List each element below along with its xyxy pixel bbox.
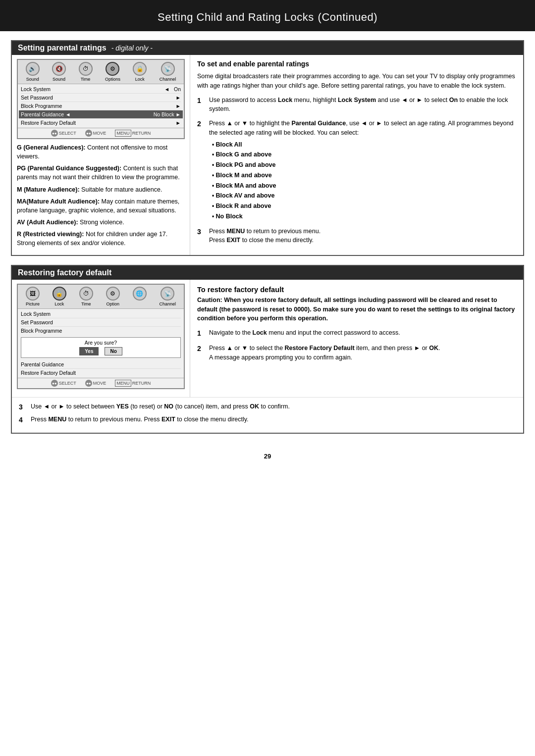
tv-icon-channel2: 📡 Channel xyxy=(160,287,176,306)
dialog-no-btn[interactable]: No xyxy=(105,347,122,355)
desc-pg: PG (Parental Guidance Suggested): Conten… xyxy=(17,164,185,182)
section1-title: Setting parental ratings xyxy=(18,44,107,52)
section2-title-bar: Restoring factory default xyxy=(12,266,523,280)
bullet-block-r: Block R and above xyxy=(212,201,516,211)
tv-menu-rows-2b: Parental Guidance Restore Factory Defaul… xyxy=(18,359,184,378)
tv-menu-rows-1: Lock System ◄ On Set Password ► Block Pr… xyxy=(18,84,184,128)
bullet-block-pg: Block PG and above xyxy=(212,160,516,170)
ctrl-return: MENU RETURN xyxy=(115,130,151,137)
section1-subtitle: - digital only - xyxy=(111,44,153,52)
tv-row-set-password: Set Password ► xyxy=(21,94,181,102)
tv-row2-parental: Parental Guidance xyxy=(21,360,181,369)
main-content: Setting parental ratings - digital only … xyxy=(0,31,535,448)
web-icon: 🌐 xyxy=(133,287,147,301)
desc-g: G (General Audiences): Content not offen… xyxy=(17,143,185,161)
tv-dialog-title: Are you sure? xyxy=(85,340,117,346)
tv-menu-1: 🔊 Sound 🔇 Sound ⏱ Time ⚙ xyxy=(17,59,185,139)
bullet-no-block: No Block xyxy=(212,211,516,222)
desc-av: AV (Adult Audience): Strong violence. xyxy=(17,218,185,227)
tv-menu-rows-2: Lock System Set Password Block Programme xyxy=(18,309,184,336)
page-title: Setting Child and Rating Locks xyxy=(158,11,314,23)
tv-icon-options: ⚙ Options xyxy=(105,62,120,82)
section1-title-bar: Setting parental ratings - digital only … xyxy=(12,41,523,55)
section1-left: 🔊 Sound 🔇 Sound ⏱ Time ⚙ xyxy=(12,55,190,255)
tv-menu-2: 🖼 Picture 🔒 Lock ⏱ Time ⚙ xyxy=(17,284,185,389)
page-header: Setting Child and Rating Locks (Continue… xyxy=(0,0,535,31)
tv-dialog-box: Are you sure? Yes No xyxy=(21,337,181,358)
lock-icon: 🔒 xyxy=(133,62,147,76)
bullet-block-all: Block All xyxy=(212,140,516,150)
restore-step1: 1 Navigate to the Lock menu and input th… xyxy=(197,328,516,339)
page-footer: 29 xyxy=(0,448,535,465)
ctrl-return-2: MENU RETURN xyxy=(115,380,151,387)
tv-menu-icons-2: 🖼 Picture 🔒 Lock ⏱ Time ⚙ xyxy=(18,285,184,309)
sound1-icon: 🔊 xyxy=(26,62,40,76)
right-title-2: To restore factory default xyxy=(197,285,516,296)
page-subtitle-text: Continued xyxy=(321,11,374,23)
tv-menu-controls-1: ●● SELECT ●● MOVE MENU RETURN xyxy=(18,128,184,138)
bullet-block-g: Block G and above xyxy=(212,150,516,160)
tv-menu-icons: 🔊 Sound 🔇 Sound ⏱ Time ⚙ xyxy=(18,60,184,84)
ctrl-select: ●● SELECT xyxy=(51,130,76,137)
tv-icon-lock2: 🔒 Lock xyxy=(53,287,66,306)
bottom-step4: 4 Press MENU to return to previous menu.… xyxy=(19,414,516,425)
time-icon: ⏱ xyxy=(79,62,93,76)
tv-dialog: Are you sure? Yes No xyxy=(21,337,181,358)
ctrl-move: ●● MOVE xyxy=(85,130,107,137)
tv-icon-web: 🌐 xyxy=(133,287,147,306)
section1-inner: 🔊 Sound 🔇 Sound ⏱ Time ⚙ xyxy=(12,55,523,255)
step2: 2 Press ▲ or ▼ to highlight the Parental… xyxy=(197,119,516,222)
tv-row-parental-guidance: Parental Guidance ◄ No Block ► xyxy=(19,110,183,119)
desc-r: R (Restricted viewing): Not for children… xyxy=(17,230,185,248)
tv-row-lock-system: Lock System ◄ On xyxy=(21,85,181,94)
desc-m: M (Mature Audience): Suitable for mature… xyxy=(17,185,185,194)
options-icon: ⚙ xyxy=(106,62,119,76)
channel2-icon: 📡 xyxy=(160,287,174,301)
tv-icon-time: ⏱ Time xyxy=(79,62,93,82)
restore-caution: Caution: When you restore factory defaul… xyxy=(197,296,516,323)
step3-s1: 3 Press MENU to return to previous menu.… xyxy=(197,227,516,246)
section2-right: To restore factory default Caution: When… xyxy=(190,280,523,397)
bullet-block-m: Block M and above xyxy=(212,170,516,181)
bottom-step3: 3 Use ◄ or ► to select between YES (to r… xyxy=(19,402,516,412)
ctrl-move-2: ●● MOVE xyxy=(85,380,107,387)
ctrl-select-2: ●● SELECT xyxy=(51,380,76,387)
intro-text-1: Some digital broadcasters rate their pro… xyxy=(197,72,516,91)
tv-icon-sound2: 🔇 Sound xyxy=(52,62,66,82)
tv-icon-time2: ⏱ Time xyxy=(79,287,93,306)
section2-title: Restoring factory default xyxy=(18,268,111,277)
step1: 1 Use password to access Lock menu, high… xyxy=(197,96,516,114)
picture-icon: 🖼 xyxy=(26,287,40,301)
tv-menu-controls-2: ●● SELECT ●● MOVE MENU RETURN xyxy=(18,378,184,388)
tv-row2-block-programme: Block Programme xyxy=(21,327,181,335)
time2-icon: ⏱ xyxy=(79,287,93,301)
tv-row-block-programme: Block Programme ► xyxy=(21,102,181,110)
lock2-icon: 🔒 xyxy=(53,287,66,301)
restore-step2: 2 Press ▲ or ▼ to select the Restore Fac… xyxy=(197,344,516,362)
channel-icon: 📡 xyxy=(161,62,175,76)
tv-row2-restore: Restore Factory Default xyxy=(21,369,181,377)
tv-row-restore: Restore Factory Default ► xyxy=(21,119,181,127)
section1-box: Setting parental ratings - digital only … xyxy=(11,40,524,256)
tv-icon-picture: 🖼 Picture xyxy=(26,287,40,306)
steps-list-1: 1 Use password to access Lock menu, high… xyxy=(197,96,516,246)
sound2-icon: 🔇 xyxy=(52,62,66,76)
section2-inner: 🖼 Picture 🔒 Lock ⏱ Time ⚙ xyxy=(12,280,523,397)
tv-icon-lock: 🔒 Lock xyxy=(133,62,147,82)
right-title-1: To set and enable parental ratings xyxy=(197,60,516,68)
page-number: 29 xyxy=(264,453,271,460)
dialog-yes-btn[interactable]: Yes xyxy=(79,347,99,355)
bottom-steps: 3 Use ◄ or ► to select between YES (to r… xyxy=(12,397,523,433)
option2-icon: ⚙ xyxy=(106,287,120,301)
section1-right: To set and enable parental ratings Some … xyxy=(190,55,523,255)
tv-icon-channel: 📡 Channel xyxy=(160,62,176,82)
tv-icon-sound1: 🔊 Sound xyxy=(26,62,40,82)
section2-left: 🖼 Picture 🔒 Lock ⏱ Time ⚙ xyxy=(12,280,190,397)
steps-list-2: 1 Navigate to the Lock menu and input th… xyxy=(197,328,516,362)
tv-row2-lock-system: Lock System xyxy=(21,310,181,318)
desc-ma: MA(Mature Adult Audience): May contain m… xyxy=(17,197,185,215)
tv-row2-set-password: Set Password xyxy=(21,318,181,327)
section2-box: Restoring factory default 🖼 Picture 🔒 Lo… xyxy=(11,265,524,434)
bullet-block-av: Block AV and above xyxy=(212,191,516,201)
bullet-list: Block All Block G and above Block PG and… xyxy=(209,140,516,222)
